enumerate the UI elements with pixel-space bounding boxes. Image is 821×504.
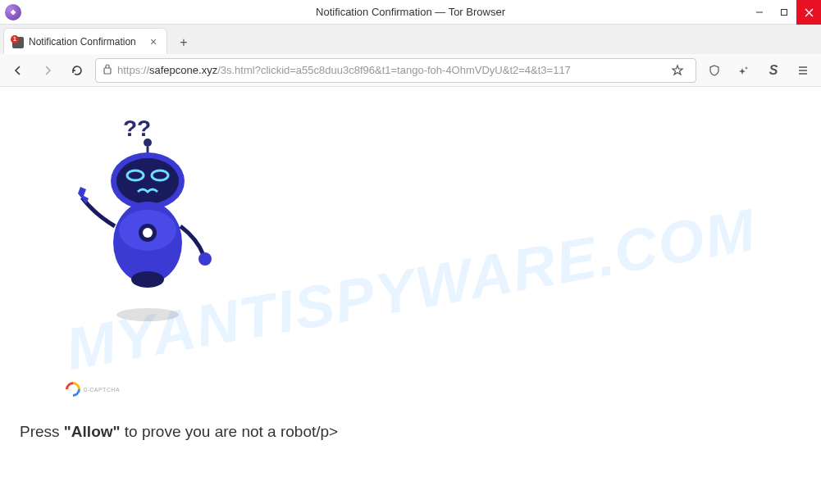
svg-rect-1 <box>782 10 787 16</box>
menu-icon[interactable] <box>791 59 814 82</box>
page-content: MYANTISPYWARE.COM ?? <box>0 87 821 504</box>
lock-icon <box>103 63 112 77</box>
url-text: https://safepcone.xyz/3s.html?clickid=a5… <box>117 64 661 76</box>
svg-point-12 <box>116 158 179 204</box>
back-button[interactable] <box>7 59 30 82</box>
tab-close-icon[interactable]: × <box>147 35 160 48</box>
toolbar: https://safepcone.xyz/3s.html?clickid=a5… <box>0 54 821 87</box>
svg-point-20 <box>131 271 164 288</box>
reload-button[interactable] <box>66 59 89 82</box>
msg-prove: to prove you are not a robot/p> <box>121 423 339 440</box>
svg-text:??: ?? <box>123 116 151 141</box>
svg-point-9 <box>144 138 152 147</box>
window-title: Notification Confirmation — Tor Browser <box>316 6 505 18</box>
favicon: 1 <box>11 35 24 48</box>
svg-rect-4 <box>104 68 111 74</box>
robot-image: ?? <box>66 111 230 325</box>
forward-button[interactable] <box>36 59 59 82</box>
url-domain: safepcone.xyz <box>149 64 217 76</box>
url-bar[interactable]: https://safepcone.xyz/3s.html?clickid=a5… <box>95 58 696 83</box>
captcha-spinner-icon <box>62 379 83 399</box>
bookmark-icon[interactable] <box>666 59 689 82</box>
svg-point-18 <box>143 228 153 238</box>
captcha-badge: 0-CAPTCHA <box>66 382 120 397</box>
url-path: /3s.html?clickid=a55c8duu3c8f96&t1=tango… <box>217 64 571 76</box>
captcha-label: 0-CAPTCHA <box>84 387 120 393</box>
msg-allow: "Allow" <box>64 423 121 440</box>
tab-bar: 1 Notification Confirmation × + <box>0 25 821 54</box>
minimize-button[interactable] <box>747 0 772 25</box>
window-controls <box>747 0 821 24</box>
tab-title: Notification Confirmation <box>29 36 142 48</box>
maximize-button[interactable] <box>772 0 796 25</box>
url-protocol: https:// <box>117 64 149 76</box>
close-button[interactable] <box>796 0 821 25</box>
msg-press: Press <box>20 423 64 440</box>
new-tab-button[interactable]: + <box>172 31 195 54</box>
notification-badge: 1 <box>11 35 19 43</box>
s-icon[interactable]: S <box>762 59 785 82</box>
sparkle-icon[interactable] <box>732 59 755 82</box>
titlebar: Notification Confirmation — Tor Browser <box>0 0 821 25</box>
svg-point-19 <box>198 252 212 266</box>
tor-browser-icon <box>5 4 21 20</box>
svg-point-21 <box>116 308 179 321</box>
shield-icon[interactable] <box>703 59 726 82</box>
instruction-text: Press "Allow" to prove you are not a rob… <box>20 423 338 441</box>
browser-tab[interactable]: 1 Notification Confirmation × <box>3 28 167 54</box>
